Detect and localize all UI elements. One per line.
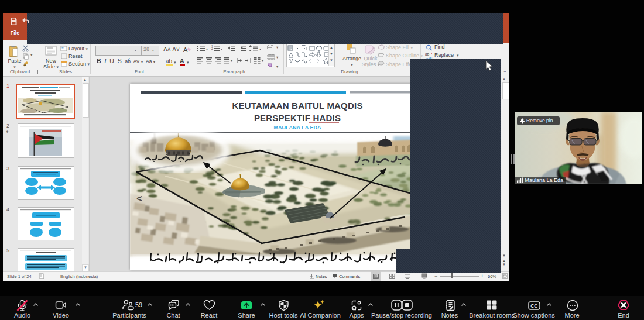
svg-text:ab: ab <box>166 58 173 64</box>
svg-text:KEUTAMAAN BAITUL MAQDIS: KEUTAMAAN BAITUL MAQDIS <box>232 101 362 111</box>
svg-text:PERSPEKTIF HADIS: PERSPEKTIF HADIS <box>254 113 341 123</box>
svg-text:▾: ▾ <box>174 60 176 64</box>
svg-text:▾: ▾ <box>262 59 263 63</box>
svg-text:▾: ▾ <box>276 45 279 49</box>
svg-text:▾: ▾ <box>276 55 279 59</box>
svg-text:▾: ▾ <box>187 60 189 64</box>
svg-text:A: A <box>183 46 188 53</box>
svg-text:▾: ▾ <box>259 47 261 51</box>
svg-text:▾: ▾ <box>221 47 222 51</box>
svg-text:A: A <box>180 58 184 64</box>
svg-text:▾: ▾ <box>231 59 232 63</box>
svg-text:▾: ▾ <box>206 47 208 51</box>
svg-text:<: < <box>136 193 142 204</box>
svg-text:MAULANA LA EDA: MAULANA LA EDA <box>274 125 321 130</box>
svg-text:2: 2 <box>211 47 213 50</box>
svg-text:▾: ▾ <box>276 64 279 68</box>
svg-text:CC: CC <box>530 303 537 309</box>
